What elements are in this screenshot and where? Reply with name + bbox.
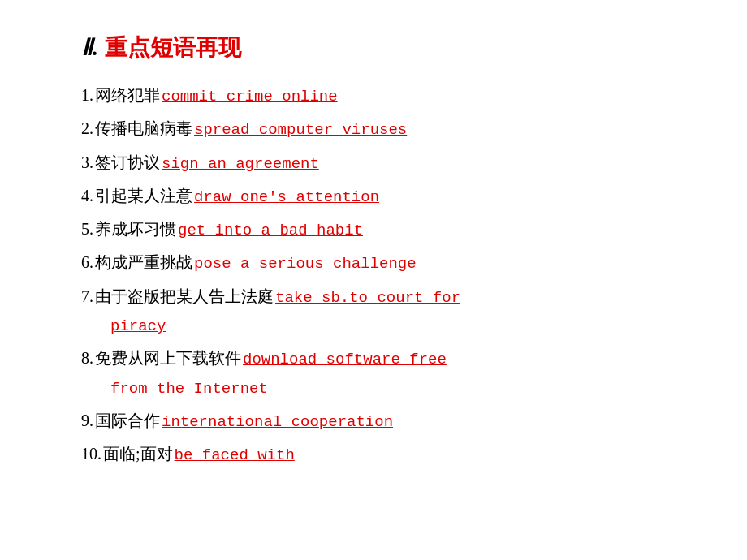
item-number: 7. (81, 282, 93, 310)
list-item: 1. 网络犯罪 commit crime online (81, 81, 682, 110)
item-chinese: 由于盗版把某人告上法庭 (95, 282, 274, 310)
item-english: spread computer viruses (194, 117, 407, 143)
item-english: sign an agreement (162, 151, 319, 177)
item-number: 1. (81, 81, 93, 109)
list-item: 4. 引起某人注意 draw one's attention (81, 182, 682, 210)
item-english-line2: piracy (110, 317, 166, 335)
list-item: 10. 面临;面对 be faced with (81, 440, 682, 468)
item-number: 10. (81, 440, 101, 467)
list-item: 9. 国际合作 international cooperation (81, 407, 682, 435)
phrase-list: 1. 网络犯罪 commit crime online 2. 传播电脑病毒 sp… (81, 81, 682, 469)
main-container: Ⅱ. 重点短语再现 1. 网络犯罪 commit crime online 2.… (0, 0, 747, 506)
item-english: draw one's attention (194, 184, 379, 210)
item-english: be faced with (175, 442, 295, 468)
item-chinese: 国际合作 (95, 407, 160, 434)
title-chinese: 重点短语再现 (105, 35, 241, 60)
item-number: 3. (81, 149, 93, 176)
item-number: 6. (81, 248, 93, 276)
section-title: Ⅱ. 重点短语再现 (81, 32, 682, 63)
item-chinese: 面临;面对 (103, 440, 173, 467)
list-item: 2. 传播电脑病毒 spread computer viruses (81, 114, 682, 143)
item-chinese: 养成坏习惯 (95, 215, 176, 243)
item-english: pose a serious challenge (194, 251, 417, 277)
item-chinese: 签订协议 (95, 149, 160, 176)
item-english: get into a bad habit (178, 218, 363, 243)
item-chinese: 引起某人注意 (95, 182, 192, 209)
item-chinese: 免费从网上下载软件 (95, 344, 241, 372)
list-item: 8. 免费从网上下载软件 download software free from… (81, 344, 682, 402)
item-number: 4. (81, 182, 93, 209)
item-chinese: 构成严重挑战 (95, 248, 192, 276)
item-number: 8. (81, 344, 93, 372)
item-number: 9. (81, 407, 93, 434)
list-item: 6. 构成严重挑战 pose a serious challenge (81, 248, 682, 277)
item-english: international cooperation (162, 409, 393, 435)
item-chinese: 网络犯罪 (95, 81, 160, 109)
item-english-line1: take sb.to court for (275, 285, 460, 311)
item-continuation: piracy (81, 311, 682, 339)
item-chinese: 传播电脑病毒 (95, 114, 192, 142)
item-english-line2: from the Internet (110, 380, 268, 398)
item-number: 2. (81, 114, 93, 142)
item-number: 5. (81, 215, 93, 243)
item-continuation: from the Internet (81, 373, 682, 402)
title-roman: Ⅱ. (81, 35, 98, 60)
item-english-line1: download software free (243, 347, 447, 373)
list-item: 5. 养成坏习惯 get into a bad habit (81, 215, 682, 243)
list-item: 3. 签订协议 sign an agreement (81, 149, 682, 177)
list-item: 7. 由于盗版把某人告上法庭 take sb.to court for pira… (81, 282, 682, 340)
item-english: commit crime online (162, 84, 338, 110)
